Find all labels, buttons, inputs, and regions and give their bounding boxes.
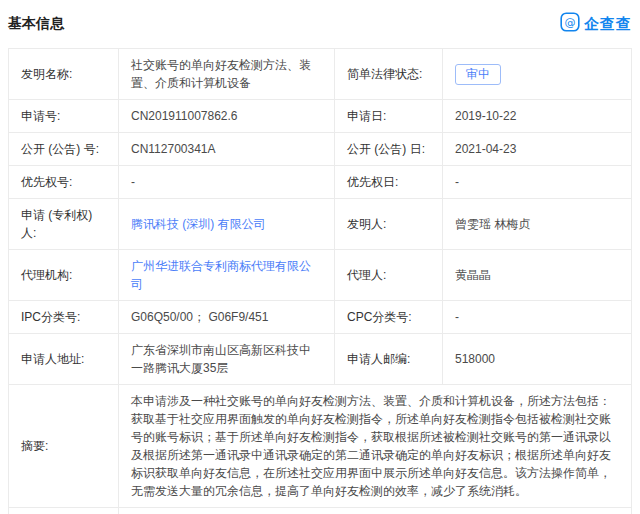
field-label: 简单法律状态: xyxy=(335,49,443,100)
field-label: 发明人: xyxy=(335,199,443,250)
ipc-value: G06Q50/00； G06F9/451 xyxy=(119,301,335,334)
applicant-address-value: 广东省深圳市南山区高新区科技中一路腾讯大厦35层 xyxy=(119,334,335,385)
table-row: 摘要: 本申请涉及一种社交账号的单向好友检测方法、装置、介质和计算机设备，所述方… xyxy=(9,385,632,508)
agency-link[interactable]: 广州华进联合专利商标代理有限公司 xyxy=(131,259,311,291)
brand-logo[interactable]: @ 企查查 xyxy=(560,12,632,36)
field-label: 申请日: xyxy=(335,100,443,133)
field-label: 摘要附图: xyxy=(9,508,119,514)
field-label: 申请人地址: xyxy=(9,334,119,385)
applicant-link[interactable]: 腾讯科技 (深圳) 有限公司 xyxy=(131,217,266,231)
field-label: 发明名称: xyxy=(9,49,119,100)
abstract-value: 本申请涉及一种社交账号的单向好友检测方法、装置、介质和计算机设备，所述方法包括：… xyxy=(119,385,632,508)
brand-name: 企查查 xyxy=(584,15,632,34)
table-row: 公开 (公告) 号: CN112700341A 公开 (公告) 日: 2021-… xyxy=(9,133,632,166)
field-label: 公开 (公告) 号: xyxy=(9,133,119,166)
applicant-cell: 腾讯科技 (深圳) 有限公司 xyxy=(119,199,335,250)
agent-value: 黄晶晶 xyxy=(443,250,632,301)
table-row: 申请人地址: 广东省深圳市南山区高新区科技中一路腾讯大厦35层 申请人邮编: 5… xyxy=(9,334,632,385)
status-badge: 审中 xyxy=(455,64,501,85)
priority-date-value: - xyxy=(443,166,632,199)
panel-header: 基本信息 @ 企查查 xyxy=(8,6,632,48)
table-row: 申请号: CN201911007862.6 申请日: 2019-10-22 xyxy=(9,100,632,133)
table-row: 优先权号: - 优先权日: - xyxy=(9,166,632,199)
agency-cell: 广州华进联合专利商标代理有限公司 xyxy=(119,250,335,301)
publication-no-value: CN112700341A xyxy=(119,133,335,166)
svg-text:@: @ xyxy=(565,16,576,29)
field-label: 优先权日: xyxy=(335,166,443,199)
field-label: 申请人邮编: xyxy=(335,334,443,385)
basic-info-panel: 基本信息 @ 企查查 发明名称: 社交账号的单向好友检测方法、装置、介质和计算机… xyxy=(0,0,640,514)
field-label: 申请 (专利权) 人: xyxy=(9,199,119,250)
patent-basic-info-table: 发明名称: 社交账号的单向好友检测方法、装置、介质和计算机设备 简单法律状态: … xyxy=(8,48,632,514)
application-date-value: 2019-10-22 xyxy=(443,100,632,133)
field-label: 申请号: xyxy=(9,100,119,133)
application-no-value: CN201911007862.6 xyxy=(119,100,335,133)
inventor-value: 曾雯瑶 林梅贞 xyxy=(443,199,632,250)
field-label: IPC分类号: xyxy=(9,301,119,334)
page-title: 基本信息 xyxy=(8,15,64,33)
cpc-value: - xyxy=(443,301,632,334)
field-label: CPC分类号: xyxy=(335,301,443,334)
field-label: 公开 (公告) 日: xyxy=(335,133,443,166)
applicant-zipcode-value: 518000 xyxy=(443,334,632,385)
field-label: 优先权号: xyxy=(9,166,119,199)
priority-no-value: - xyxy=(119,166,335,199)
publication-date-value: 2021-04-23 xyxy=(443,133,632,166)
table-row: 发明名称: 社交账号的单向好友检测方法、装置、介质和计算机设备 简单法律状态: … xyxy=(9,49,632,100)
field-label: 摘要: xyxy=(9,385,119,508)
invention-name-value: 社交账号的单向好友检测方法、装置、介质和计算机设备 xyxy=(119,49,335,100)
field-label: 代理人: xyxy=(335,250,443,301)
field-label: 代理机构: xyxy=(9,250,119,301)
abstract-figure-cell xyxy=(119,508,632,514)
qichacha-icon: @ xyxy=(560,12,580,36)
legal-status-cell: 审中 xyxy=(443,49,632,100)
table-row: 摘要附图: xyxy=(9,508,632,514)
table-row: 代理机构: 广州华进联合专利商标代理有限公司 代理人: 黄晶晶 xyxy=(9,250,632,301)
table-row: IPC分类号: G06Q50/00； G06F9/451 CPC分类号: - xyxy=(9,301,632,334)
table-row: 申请 (专利权) 人: 腾讯科技 (深圳) 有限公司 发明人: 曾雯瑶 林梅贞 xyxy=(9,199,632,250)
